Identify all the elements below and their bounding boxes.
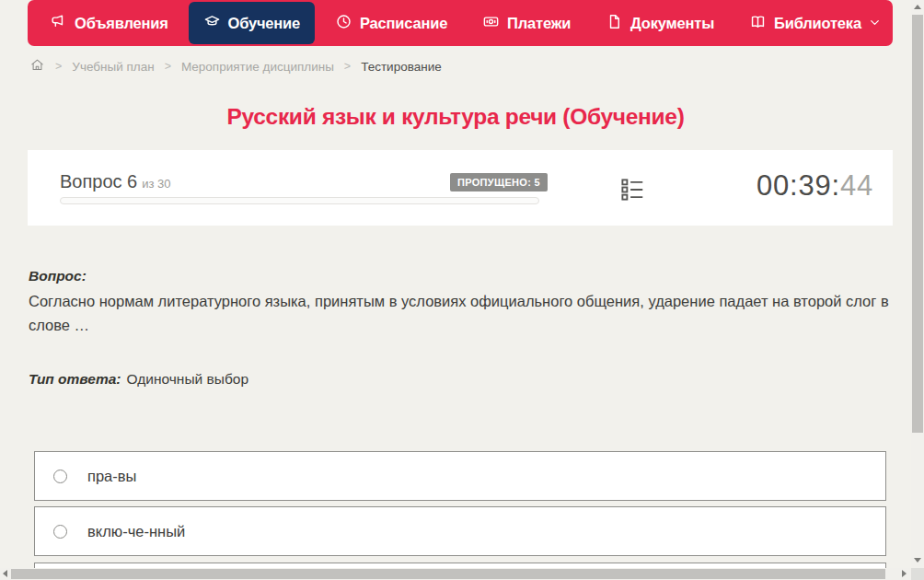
clock-icon	[335, 13, 352, 34]
nav-item-label: Платежи	[507, 15, 571, 32]
question-list-icon	[618, 191, 646, 206]
breadcrumb-discipline-event[interactable]: Мероприятие дисциплины	[181, 60, 334, 74]
nav-item-label: Документы	[630, 15, 714, 32]
cash-icon	[482, 13, 500, 34]
option-label: пра-вы	[87, 468, 136, 485]
open-book-icon	[749, 13, 767, 34]
scroll-right-arrow-icon[interactable]	[902, 570, 907, 577]
vertical-scrollbar-thumb[interactable]	[912, 15, 923, 433]
nav-item-announcements[interactable]: Объявления	[35, 2, 183, 44]
answer-type: Тип ответа:Одиночный выбор	[29, 371, 248, 388]
nav-item-documents[interactable]: Документы	[591, 2, 729, 44]
document-icon	[606, 13, 623, 34]
answer-type-value: Одиночный выбор	[127, 371, 249, 387]
option-label: вклю-че-нный	[87, 523, 185, 540]
breadcrumb: > Учебный план > Мероприятие дисциплины …	[29, 56, 442, 76]
timer-seconds: 44	[840, 169, 873, 202]
graduation-cap-icon	[203, 13, 221, 34]
question-list-button[interactable]	[618, 176, 648, 205]
horizontal-scrollbar[interactable]	[0, 568, 911, 580]
page-title: Русский язык и культура речи (Обучение)	[0, 104, 911, 130]
scroll-down-arrow-icon[interactable]	[914, 558, 921, 563]
nav-item-payments[interactable]: Платежи	[468, 2, 585, 44]
breadcrumb-curriculum[interactable]: Учебный план	[72, 60, 154, 74]
breadcrumb-separator: >	[55, 60, 62, 73]
question-number: Вопрос 6из 30	[60, 171, 171, 192]
question-number-label: Вопрос 6	[60, 171, 137, 191]
answer-option[interactable]: пра-вы	[34, 451, 886, 501]
progress-bar	[60, 197, 539, 204]
vertical-scrollbar[interactable]	[911, 0, 924, 568]
nav-item-label: Обучение	[228, 15, 300, 32]
nav-item-library[interactable]: Библиотека	[734, 2, 895, 44]
radio-button[interactable]	[53, 525, 67, 539]
breadcrumb-separator: >	[344, 60, 351, 73]
main-navbar: Объявления Обучение Расписание Платежи Д…	[28, 0, 893, 46]
scrollbar-corner	[911, 568, 924, 580]
nav-item-label: Расписание	[360, 15, 447, 32]
question-number-of: из 30	[142, 177, 170, 191]
skipped-badge: ПРОПУЩЕНО: 5	[450, 173, 548, 191]
megaphone-icon	[50, 13, 67, 34]
nav-item-label: Библиотека	[774, 15, 861, 32]
nav-item-label: Объявления	[75, 15, 168, 32]
timer: 00:39:44	[757, 169, 873, 203]
answer-type-label: Тип ответа:	[29, 371, 121, 387]
chevron-down-icon	[869, 15, 881, 32]
radio-button[interactable]	[53, 470, 67, 483]
timer-main: 00:39:	[757, 169, 840, 202]
horizontal-scrollbar-thumb[interactable]	[11, 569, 885, 579]
nav-item-schedule[interactable]: Расписание	[320, 2, 462, 44]
nav-item-learning[interactable]: Обучение	[189, 2, 315, 44]
answer-option[interactable]: вклю-че-нный	[34, 506, 886, 556]
breadcrumb-testing: Тестирование	[361, 60, 442, 74]
home-icon[interactable]	[29, 57, 45, 75]
scroll-up-arrow-icon[interactable]	[914, 5, 921, 9]
question-text: Согласно нормам литературного языка, при…	[29, 289, 892, 337]
breadcrumb-separator: >	[165, 60, 171, 73]
scroll-left-arrow-icon[interactable]	[3, 570, 7, 577]
question-label: Вопрос:	[29, 268, 87, 284]
question-header-card: Вопрос 6из 30 ПРОПУЩЕНО: 5 00:39:44	[28, 150, 893, 226]
